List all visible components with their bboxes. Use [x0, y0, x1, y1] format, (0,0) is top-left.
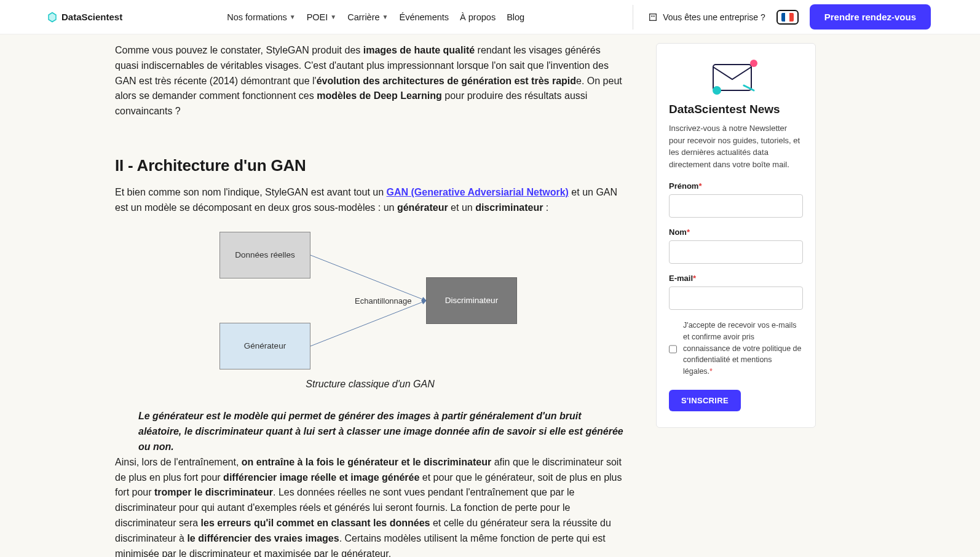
label-text: Prénom — [669, 181, 698, 191]
chevron-down-icon: ▼ — [290, 14, 296, 20]
required-marker: * — [693, 274, 696, 283]
text-strong: images de haute qualité — [363, 45, 475, 55]
main-nav: Nos formations ▼ POEI ▼ Carrière ▼ Événe… — [227, 12, 524, 22]
book-appointment-button[interactable]: Prendre rendez-vous — [810, 4, 931, 30]
text: Et bien comme son nom l'indique, StyleGA… — [115, 187, 387, 197]
svg-point-7 — [713, 86, 721, 95]
nav-poei-label: POEI — [307, 12, 328, 22]
nav-apropos[interactable]: À propos — [460, 12, 496, 22]
nav-apropos-label: À propos — [460, 12, 496, 22]
required-marker: * — [687, 227, 690, 237]
label-nom: Nom* — [669, 227, 803, 237]
language-selector[interactable] — [776, 10, 799, 25]
header-right: Vous êtes une entreprise ? Prendre rende… — [629, 4, 931, 30]
diagram-label-sampling: Echantillonnage — [355, 296, 412, 306]
text-strong: discriminateur — [475, 202, 543, 213]
required-marker: * — [698, 181, 701, 191]
nav-formations[interactable]: Nos formations ▼ — [227, 12, 295, 22]
brand-name: DataScientest — [61, 12, 122, 22]
input-prenom[interactable] — [669, 194, 803, 218]
nav-blog[interactable]: Blog — [507, 12, 524, 22]
label-prenom: Prénom* — [669, 181, 803, 191]
newsletter-title: DataScientest News — [669, 103, 803, 116]
nav-formations-label: Nos formations — [227, 12, 287, 22]
consent-checkbox[interactable] — [669, 321, 677, 377]
enterprise-label: Vous êtes une entreprise ? — [663, 12, 765, 22]
svg-rect-0 — [650, 14, 657, 20]
article-body: Comme vous pouvez le constater, StyleGAN… — [115, 43, 625, 557]
svg-line-3 — [310, 255, 426, 301]
flag-france-icon — [781, 13, 794, 22]
chevron-down-icon: ▼ — [382, 14, 389, 20]
newsletter-card: DataScientest News Inscrivez-vous à notr… — [656, 43, 816, 428]
paragraph-gan-def: Et bien comme son nom l'indique, StyleGA… — [115, 185, 625, 216]
nav-evenements[interactable]: Événements — [399, 12, 449, 22]
label-email: E-mail* — [669, 274, 803, 283]
section-heading-architecture: II - Architecture d'un GAN — [115, 156, 625, 175]
enterprise-link[interactable]: Vous êtes une entreprise ? — [648, 12, 765, 22]
paragraph-training: Ainsi, lors de l'entraînement, on entraî… — [115, 455, 625, 557]
nav-evenements-label: Événements — [399, 12, 449, 22]
gan-structure-diagram: Données réelles Générateur Discriminateu… — [219, 232, 521, 373]
envelope-icon — [708, 57, 764, 97]
consent-text: J'accepte de recevoir vos e-mails et con… — [683, 320, 803, 377]
paragraph-intro: Comme vous pouvez le constater, StyleGAN… — [115, 43, 625, 119]
text-strong: différencier image réelle et image génér… — [223, 472, 419, 483]
svg-point-6 — [750, 60, 757, 67]
consent-row: J'accepte de recevoir vos e-mails et con… — [669, 320, 803, 377]
text-strong: évolution des architectures de génératio… — [317, 76, 576, 86]
text: Ainsi, lors de l'entraînement, — [115, 457, 242, 467]
nav-poei[interactable]: POEI ▼ — [307, 12, 337, 22]
diagram-box-generator: Générateur — [219, 323, 310, 369]
subscribe-button[interactable]: S'INSCRIRE — [669, 390, 741, 411]
site-header: DataScientest Nos formations ▼ POEI ▼ Ca… — [0, 0, 980, 34]
input-nom[interactable] — [669, 240, 803, 264]
diagram-box-discriminator: Discriminateur — [426, 277, 517, 324]
svg-rect-1 — [652, 15, 653, 17]
svg-rect-2 — [654, 15, 655, 17]
label-text: E-mail — [669, 274, 693, 283]
newsletter-illustration — [669, 57, 803, 97]
brand-logo[interactable]: DataScientest — [47, 12, 122, 23]
text-strong: générateur — [397, 202, 448, 213]
text: Comme vous pouvez le constater, StyleGAN… — [115, 45, 363, 55]
newsletter-description: Inscrivez-vous à notre Newsletter pour r… — [669, 122, 803, 170]
input-email[interactable] — [669, 286, 803, 310]
text-strong: tromper le discriminateur — [154, 487, 273, 497]
text-strong: modèles de Deep Learning — [317, 90, 442, 101]
chevron-down-icon: ▼ — [330, 14, 336, 20]
svg-line-4 — [310, 301, 426, 346]
diagram-caption: Structure classique d'un GAN — [115, 377, 625, 392]
nav-carriere[interactable]: Carrière ▼ — [347, 12, 388, 22]
text-strong: les erreurs qu'il commet en classant les… — [201, 518, 430, 528]
text: J'accepte de recevoir vos e-mails et con… — [683, 321, 802, 376]
text-strong: on entraîne à la fois le générateur et l… — [242, 457, 491, 467]
nav-blog-label: Blog — [507, 12, 524, 22]
divider — [633, 5, 633, 30]
text-strong: le différencier des vraies images — [187, 533, 339, 543]
logo-icon — [47, 12, 58, 23]
text: et un — [448, 202, 475, 213]
sidebar: DataScientest News Inscrivez-vous à notr… — [656, 43, 816, 557]
label-text: Nom — [669, 227, 687, 237]
blockquote-generator-discriminator: Le générateur est le modèle qui permet d… — [115, 409, 625, 454]
diagram-box-realdata: Données réelles — [219, 232, 310, 278]
link-gan-definition[interactable]: GAN (Generative Adversiarial Network) — [387, 187, 569, 197]
nav-carriere-label: Carrière — [347, 12, 379, 22]
required-marker: * — [709, 367, 713, 376]
building-icon — [648, 12, 658, 22]
text: : — [543, 202, 548, 213]
